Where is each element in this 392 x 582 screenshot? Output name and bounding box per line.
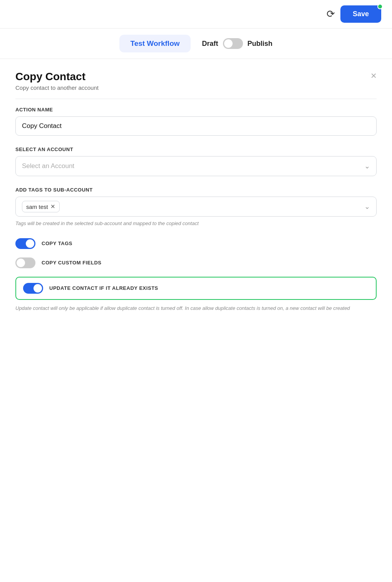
publish-label: Publish — [248, 40, 273, 48]
save-button[interactable]: Save — [340, 5, 381, 23]
panel-subtitle: Copy contact to another account — [15, 84, 99, 91]
main-content: Copy Contact Copy contact to another acc… — [0, 59, 392, 323]
update-contact-label: UPDATE CONTACT IF IT ALREADY EXISTS — [49, 285, 158, 291]
tags-input[interactable]: sam test ✕ ⌄ — [15, 197, 377, 217]
divider — [15, 99, 377, 99]
tags-chevron-icon: ⌄ — [364, 202, 370, 211]
toggle-slider-copy-tags — [15, 238, 35, 249]
panel-header: Copy Contact Copy contact to another acc… — [15, 71, 377, 91]
status-dot — [377, 4, 383, 9]
tag-chip: sam test ✕ — [22, 201, 60, 212]
draft-publish-group: Draft Publish — [202, 38, 273, 49]
toggle-slider-update-contact — [23, 283, 43, 294]
close-icon: × — [371, 70, 377, 81]
update-contact-row: UPDATE CONTACT IF IT ALREADY EXISTS — [23, 283, 369, 294]
update-contact-toggle[interactable] — [23, 283, 43, 294]
action-name-section: ACTION NAME — [15, 107, 377, 136]
copy-tags-row: COPY TAGS — [15, 238, 377, 249]
panel-title-group: Copy Contact Copy contact to another acc… — [15, 71, 99, 91]
history-icon[interactable]: ⟳ — [327, 8, 335, 20]
sub-header: Test Workflow Draft Publish — [0, 29, 392, 59]
add-tags-label: ADD TAGS TO SUB-ACCOUNT — [15, 187, 377, 193]
save-label: Save — [353, 10, 369, 18]
close-button[interactable]: × — [371, 71, 377, 81]
update-contact-helper-text: Update contact will only be applicable i… — [15, 304, 377, 312]
top-bar: ⟳ Save — [0, 0, 392, 29]
copy-custom-fields-row: COPY CUSTOM FIELDS — [15, 257, 377, 268]
action-name-input[interactable] — [15, 116, 377, 136]
add-tags-section: ADD TAGS TO SUB-ACCOUNT sam test ✕ ⌄ Tag… — [15, 187, 377, 227]
toggle-slider — [223, 38, 243, 49]
draft-label: Draft — [202, 40, 218, 48]
panel-title: Copy Contact — [15, 71, 99, 83]
copy-tags-label: COPY TAGS — [42, 241, 72, 246]
copy-custom-fields-toggle[interactable] — [15, 257, 35, 268]
copy-custom-fields-label: COPY CUSTOM FIELDS — [42, 260, 102, 266]
draft-publish-toggle[interactable] — [223, 38, 243, 49]
select-account-section: SELECT AN ACCOUNT Select an Account ⌄ — [15, 146, 377, 176]
select-account-label: SELECT AN ACCOUNT — [15, 146, 377, 152]
action-name-label: ACTION NAME — [15, 107, 377, 113]
test-workflow-label: Test Workflow — [130, 39, 179, 47]
test-workflow-button[interactable]: Test Workflow — [119, 35, 190, 52]
tags-helper-text: Tags will be created in the selected sub… — [15, 220, 377, 227]
update-contact-highlighted-row: UPDATE CONTACT IF IT ALREADY EXISTS — [15, 277, 377, 300]
chevron-down-icon: ⌄ — [364, 162, 370, 170]
copy-tags-toggle[interactable] — [15, 238, 35, 249]
toggle-slider-copy-fields — [15, 257, 35, 268]
tag-value: sam test — [26, 204, 48, 210]
tag-remove-icon[interactable]: ✕ — [50, 203, 55, 210]
select-account-placeholder: Select an Account — [22, 162, 74, 170]
select-account-dropdown[interactable]: Select an Account ⌄ — [15, 156, 377, 176]
